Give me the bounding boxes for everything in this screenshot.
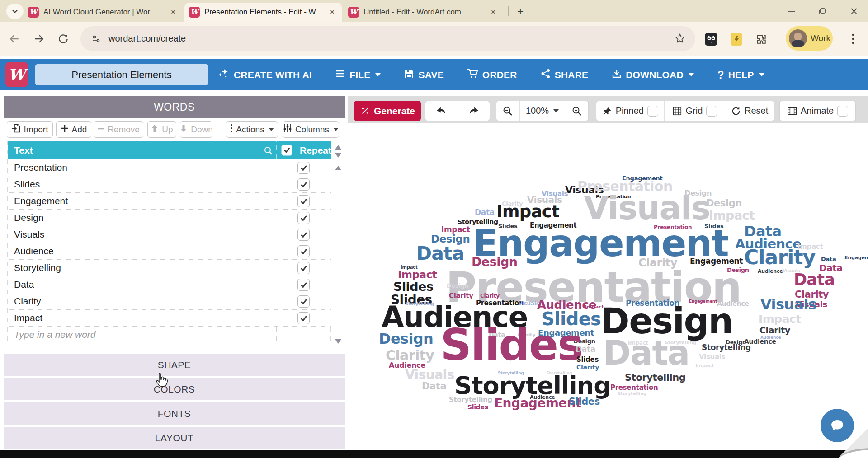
cloud-word[interactable]: Storytelling (405, 302, 434, 306)
cloud-word[interactable]: Clarity (480, 293, 500, 299)
address-bar[interactable]: wordart.com/create (80, 26, 695, 51)
cloud-word[interactable]: Storytelling (546, 371, 572, 375)
cloud-word[interactable]: Visuals (760, 297, 816, 312)
section-layout[interactable]: LAYOUT (4, 427, 345, 449)
cloud-word[interactable]: Audience (735, 238, 801, 251)
grid-toggle[interactable]: Grid (665, 101, 725, 121)
cloud-word[interactable]: Data (475, 209, 495, 216)
cloud-word[interactable]: Engagement (473, 225, 728, 262)
redo-button[interactable] (458, 101, 490, 121)
import-button[interactable]: Import (7, 121, 53, 138)
cloud-word[interactable]: Impact (585, 304, 604, 309)
cloud-word[interactable]: Slides (440, 323, 582, 367)
cloud-word[interactable]: Visuals (783, 269, 800, 273)
cloud-word[interactable]: Audience (760, 336, 781, 340)
tab-close-icon[interactable]: × (488, 7, 498, 17)
up-button[interactable]: Up (147, 121, 176, 138)
cloud-word[interactable]: Slides (391, 294, 432, 306)
cloud-word[interactable]: Clarity (502, 201, 523, 206)
cloud-word[interactable]: Slides (498, 223, 518, 229)
cloud-word[interactable]: Visuals (527, 195, 562, 204)
section-fonts[interactable]: FONTS (4, 402, 345, 425)
word-text[interactable]: Engagement (14, 196, 68, 206)
cloud-word[interactable]: Data (744, 224, 782, 238)
word-row[interactable]: Visuals (8, 226, 331, 243)
word-row[interactable]: Slides (8, 176, 331, 193)
browser-tab[interactable]: WUntitled - Edit - WordArt.com× (344, 3, 503, 22)
extension-owl-icon[interactable] (704, 33, 718, 46)
cloud-word[interactable]: Clarity (576, 364, 599, 370)
down-button[interactable]: Down (180, 121, 212, 138)
menu-share[interactable]: SHARE (541, 69, 589, 81)
cloud-word[interactable]: Design (447, 283, 469, 289)
cloud-word[interactable]: Design (573, 338, 595, 344)
extensions-puzzle-icon[interactable] (754, 33, 768, 46)
columns-button[interactable]: Columns (283, 121, 339, 138)
cloud-word[interactable]: Clarity (638, 257, 677, 268)
repeat-checkbox[interactable] (297, 178, 310, 191)
text-column-header[interactable]: Text (14, 145, 33, 156)
cloud-word[interactable]: Impact (496, 203, 559, 220)
cloud-word[interactable]: Storytelling (449, 397, 492, 403)
cloud-word[interactable]: Storytelling (665, 340, 696, 345)
new-tab-button[interactable]: + (514, 5, 527, 18)
cloud-word[interactable]: Data (794, 272, 835, 288)
cloud-word[interactable]: Clarity (386, 349, 434, 362)
cloud-word[interactable]: Visuals (405, 369, 454, 381)
repeat-checkbox[interactable] (297, 162, 310, 174)
animate-checkbox[interactable] (837, 106, 848, 117)
tab-search-button[interactable] (6, 4, 24, 19)
browser-tab[interactable]: WAI Word Cloud Generator | Wor× (24, 3, 183, 22)
word-row[interactable]: Impact (8, 310, 331, 327)
menu-save[interactable]: SAVE (404, 69, 443, 81)
menu-file[interactable]: FILE (335, 69, 381, 81)
cloud-word[interactable]: Clarity (518, 332, 535, 337)
cloud-word[interactable]: Engagement (494, 397, 581, 410)
cloud-word[interactable]: Data (819, 263, 843, 272)
cloud-word[interactable]: Slides (393, 280, 433, 293)
word-text[interactable]: Presentation (14, 162, 67, 173)
section-colors[interactable]: COLORS (4, 378, 345, 400)
table-scrollbar[interactable] (334, 141, 344, 343)
cloud-word[interactable]: Impact (797, 243, 823, 250)
zoom-in-button[interactable] (565, 101, 588, 121)
cloud-word[interactable]: Slides (704, 223, 724, 229)
cloud-word[interactable]: Audience (530, 395, 555, 400)
cloud-word[interactable]: Impact (695, 363, 714, 368)
cloud-word[interactable]: Visuals (565, 185, 604, 195)
menu-order[interactable]: ORDER (467, 69, 517, 81)
cloud-word[interactable]: Presentation (476, 300, 524, 307)
back-button[interactable] (7, 32, 22, 46)
document-title-button[interactable]: Presentation Elements (35, 64, 208, 85)
animate-toggle[interactable]: Animate (780, 101, 855, 121)
generate-button[interactable]: Generate (354, 101, 421, 121)
cloud-word[interactable]: Clarity (760, 326, 790, 335)
cloud-word[interactable]: Engagement (844, 255, 868, 260)
cloud-word[interactable]: Impact (398, 270, 437, 280)
repeat-checkbox[interactable] (297, 229, 310, 241)
cloud-word[interactable]: Presentation (596, 194, 631, 199)
browser-menu-button[interactable] (846, 32, 860, 46)
cloud-word[interactable]: Visuals (796, 300, 827, 308)
word-text[interactable]: Visuals (14, 229, 44, 240)
repeat-checkbox[interactable] (297, 195, 310, 207)
cloud-word[interactable]: Design (379, 332, 433, 346)
cloud-word[interactable]: Presentation (577, 180, 673, 193)
bookmark-star-icon[interactable] (673, 31, 687, 46)
remove-button[interactable]: Remove (94, 121, 143, 138)
cloud-word[interactable]: Engagement (689, 299, 717, 304)
repeat-checkbox[interactable] (297, 312, 310, 324)
word-text[interactable]: Data (14, 279, 34, 290)
cloud-word[interactable]: Slides (467, 404, 488, 410)
new-word-input[interactable]: Type in a new word (14, 329, 96, 340)
search-icon[interactable] (263, 145, 274, 158)
zoom-level-dropdown[interactable]: 100% (520, 101, 565, 121)
repeat-checkbox[interactable] (297, 245, 310, 257)
words-panel-header[interactable]: WORDS (4, 96, 345, 118)
cloud-word[interactable]: Slides (569, 397, 600, 407)
reload-button[interactable] (56, 32, 71, 46)
cloud-word[interactable]: Audience (758, 269, 783, 274)
cloud-word[interactable]: Data (821, 256, 836, 262)
window-maximize-button[interactable] (816, 5, 828, 17)
zoom-out-button[interactable] (496, 101, 519, 121)
